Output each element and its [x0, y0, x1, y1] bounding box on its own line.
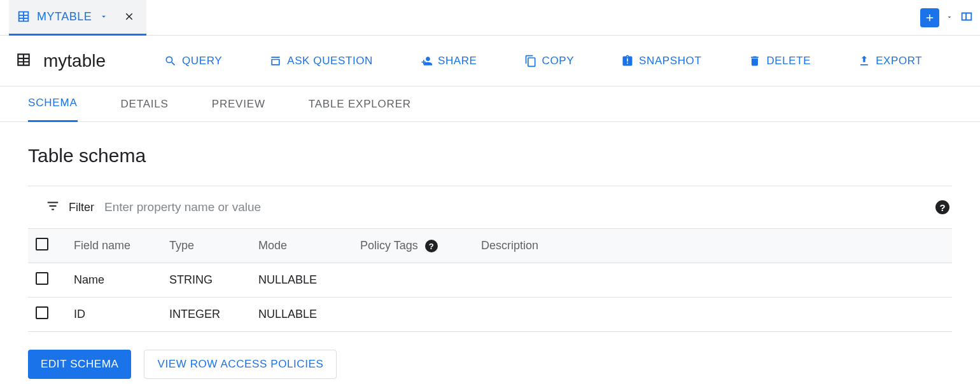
subtab-bar: SCHEMA DETAILS PREVIEW TABLE EXPLORER [0, 86, 980, 122]
filter-row: Filter ? [28, 186, 952, 229]
filter-input[interactable] [103, 200, 927, 215]
row-checkbox[interactable] [36, 272, 48, 285]
cell-field: Name [66, 263, 162, 298]
schema-header-row: Field name Type Mode Policy Tags ? Descr… [28, 229, 952, 263]
col-mode: Mode [251, 229, 353, 263]
table-row: ID INTEGER NULLABLE [28, 298, 952, 332]
tab-details[interactable]: DETAILS [121, 86, 169, 122]
help-icon[interactable]: ? [425, 240, 438, 252]
panel-icon[interactable] [960, 10, 974, 26]
share-label: SHARE [438, 55, 477, 67]
col-description: Description [473, 229, 952, 263]
schema-panel: Table schema Filter ? Field name Type Mo… [0, 122, 980, 384]
add-tab-button[interactable] [920, 8, 939, 27]
ask-question-button[interactable]: ASK QUESTION [260, 50, 382, 72]
cell-mode: NULLABLE [251, 263, 353, 298]
edit-schema-button[interactable]: EDIT SCHEMA [28, 350, 131, 379]
view-row-access-policies-button[interactable]: VIEW ROW ACCESS POLICIES [144, 350, 337, 379]
copy-button[interactable]: COPY [515, 50, 584, 72]
table-icon [17, 10, 31, 24]
table-icon [15, 51, 32, 71]
export-button[interactable]: EXPORT [849, 50, 931, 72]
snapshot-label: SNAPSHOT [639, 55, 701, 67]
file-tab-label: MYTABLE [37, 10, 92, 24]
page-title: mytable [43, 51, 106, 71]
col-policy-tags: Policy Tags ? [353, 229, 473, 263]
schema-table: Field name Type Mode Policy Tags ? Descr… [28, 229, 952, 332]
cell-mode: NULLABLE [251, 298, 353, 332]
col-field-name: Field name [66, 229, 162, 263]
table-row: Name STRING NULLABLE [28, 263, 952, 298]
query-button[interactable]: QUERY [155, 50, 231, 72]
tab-schema[interactable]: SCHEMA [28, 86, 78, 122]
query-label: QUERY [182, 55, 222, 67]
help-icon[interactable]: ? [935, 200, 949, 214]
ask-label: ASK QUESTION [287, 55, 373, 67]
cell-desc [473, 298, 952, 332]
filter-icon [46, 199, 60, 216]
row-checkbox[interactable] [36, 306, 48, 319]
cell-policy [353, 263, 473, 298]
cell-type: STRING [162, 263, 251, 298]
share-button[interactable]: SHARE [411, 50, 486, 72]
file-tab-mytable[interactable]: MYTABLE [9, 0, 146, 36]
delete-label: DELETE [766, 55, 811, 67]
export-label: EXPORT [876, 55, 922, 67]
tab-preview[interactable]: PREVIEW [212, 86, 265, 122]
cell-type: INTEGER [162, 298, 251, 332]
tab-table-explorer[interactable]: TABLE EXPLORER [309, 86, 411, 122]
copy-label: COPY [542, 55, 575, 67]
tab-strip: MYTABLE [0, 0, 980, 36]
cell-desc [473, 263, 952, 298]
select-all-checkbox[interactable] [36, 238, 48, 250]
delete-button[interactable]: DELETE [739, 50, 820, 72]
add-tab-menu-caret[interactable] [943, 12, 956, 24]
cell-field: ID [66, 298, 162, 332]
cell-policy [353, 298, 473, 332]
close-icon[interactable] [123, 11, 135, 22]
chevron-down-icon[interactable] [99, 12, 108, 21]
title-bar: mytable QUERY ASK QUESTION SHARE COPY SN… [0, 36, 980, 86]
snapshot-button[interactable]: SNAPSHOT [612, 50, 710, 72]
filter-label: Filter [69, 201, 94, 214]
col-type: Type [162, 229, 251, 263]
schema-heading: Table schema [28, 145, 952, 167]
